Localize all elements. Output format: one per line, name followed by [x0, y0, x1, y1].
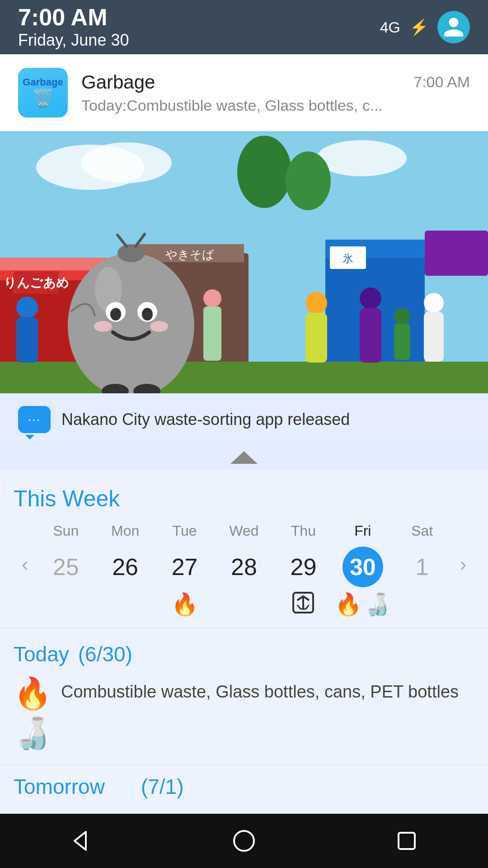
home-button[interactable] [226, 823, 262, 859]
svg-text:りんごあめ: りんごあめ [4, 276, 69, 290]
svg-rect-20 [425, 231, 488, 276]
this-week-label: This Week [14, 486, 474, 512]
date-29-icons [291, 591, 315, 619]
message-banner[interactable]: ··· Nakano City waste-sorting app releas… [0, 393, 488, 446]
date-cell-25[interactable]: 25 [39, 547, 93, 619]
today-label: Today [14, 642, 69, 666]
svg-point-26 [360, 288, 381, 309]
day-wed: Wed [217, 523, 271, 539]
svg-rect-50 [399, 833, 415, 849]
day-mon: Mon [98, 523, 152, 539]
calendar-next-button[interactable]: › [452, 547, 474, 576]
user-avatar[interactable] [437, 11, 470, 43]
day-tue: Tue [158, 523, 212, 539]
collapse-button[interactable] [0, 446, 488, 469]
today-description: Combustible waste, Glass bottles, cans, … [61, 675, 459, 705]
date-cell-29[interactable]: 29 [276, 547, 330, 619]
svg-point-34 [68, 253, 194, 393]
status-bar: 7:00 AM Friday, June 30 4G ⚡ [0, 0, 488, 54]
svg-rect-31 [424, 312, 444, 362]
today-fire-icon: 🔥 [14, 675, 52, 712]
svg-rect-27 [360, 308, 381, 363]
svg-rect-29 [394, 324, 410, 360]
svg-text:氷: 氷 [343, 252, 353, 264]
calendar-header: Sun Mon Tue Wed Thu Fri Sat [14, 523, 474, 539]
message-text: Nakano City waste-sorting app released [61, 410, 350, 429]
dates-grid: 25 26 27 🔥 28 29 [36, 547, 452, 619]
date-1: 1 [402, 547, 442, 587]
svg-point-41 [150, 321, 168, 332]
today-content: 🔥 🍶 Combustible waste, Glass bottles, ca… [14, 675, 474, 751]
today-bottle-icon: 🍶 [14, 715, 52, 751]
svg-rect-33 [203, 307, 221, 361]
svg-point-32 [203, 289, 221, 307]
status-time: 7:00 AM [18, 5, 129, 30]
date-28: 28 [224, 547, 264, 587]
svg-point-40 [94, 321, 112, 332]
calendar-prev-button[interactable]: ‹ [14, 547, 36, 576]
tomorrow-date: (7/1) [141, 774, 184, 799]
fire-icon-30: 🔥 [335, 592, 362, 617]
recycle-bin-icon [291, 591, 315, 614]
date-cell-28[interactable]: 28 [217, 547, 271, 619]
svg-point-7 [286, 151, 331, 210]
svg-rect-23 [16, 317, 38, 363]
back-icon [68, 827, 95, 854]
svg-point-22 [16, 297, 38, 318]
notification-time: 7:00 AM [413, 73, 470, 91]
signal-icon: 4G [380, 19, 400, 36]
status-time-block: 7:00 AM Friday, June 30 [18, 5, 129, 49]
notification-body: Today:Combustible waste, Glass bottles, … [81, 97, 470, 114]
festival-scene: りんごあめ やきそば 氷 [0, 131, 488, 393]
date-29: 29 [283, 547, 324, 587]
notification-title: Garbage [81, 71, 155, 93]
chat-icon: ··· [18, 406, 51, 433]
battery-icon: ⚡ [409, 18, 428, 36]
bottom-nav [0, 814, 488, 868]
recents-icon [393, 827, 420, 854]
today-icons: 🔥 🍶 [14, 675, 52, 751]
notification-header: Garbage 7:00 AM [81, 71, 470, 93]
date-30: 30 [343, 547, 383, 587]
day-sat: Sat [395, 523, 449, 539]
main-illustration: りんごあめ やきそば 氷 [0, 131, 488, 393]
date-27: 27 [164, 547, 205, 587]
date-cell-26[interactable]: 26 [98, 547, 152, 619]
svg-point-5 [237, 136, 291, 208]
days-of-week: Sun Mon Tue Wed Thu Fri Sat [36, 523, 452, 539]
notification-content: Garbage 7:00 AM Today:Combustible waste,… [81, 71, 470, 114]
svg-point-2 [81, 142, 172, 183]
svg-point-35 [117, 244, 145, 262]
svg-point-3 [316, 140, 407, 176]
svg-point-30 [424, 293, 444, 313]
dates-row: ‹ 25 26 27 🔥 28 [14, 547, 474, 619]
fire-icon-27: 🔥 [171, 592, 198, 617]
status-date: Friday, June 30 [18, 31, 129, 50]
tomorrow-header: Tomorrow (7/1) [14, 774, 474, 799]
svg-point-24 [305, 292, 327, 314]
svg-point-44 [95, 267, 122, 312]
day-thu: Thu [276, 523, 330, 539]
date-30-icons: 🔥 🍶 [335, 591, 391, 618]
home-icon [230, 827, 258, 854]
app-icon: Garbage 🗑️ [18, 68, 68, 118]
back-button[interactable] [63, 823, 99, 859]
date-25: 25 [46, 547, 86, 587]
svg-rect-21 [0, 362, 488, 393]
notification-card[interactable]: Garbage 🗑️ Garbage 7:00 AM Today:Combust… [0, 54, 488, 131]
today-date: (6/30) [78, 642, 132, 666]
day-sun: Sun [39, 523, 93, 539]
svg-rect-25 [305, 313, 327, 363]
today-header: Today (6/30) [14, 642, 474, 666]
date-26: 26 [105, 547, 145, 587]
date-cell-1[interactable]: 1 [395, 547, 449, 619]
svg-marker-48 [75, 832, 86, 850]
date-27-icons: 🔥 [171, 591, 198, 618]
day-fri: Fri [336, 523, 390, 539]
date-cell-30[interactable]: 30 🔥 🍶 [336, 547, 390, 619]
chat-dots: ··· [28, 412, 41, 427]
svg-point-28 [394, 308, 410, 325]
recycle-icon-29 [291, 591, 315, 619]
recents-button[interactable] [389, 823, 425, 859]
date-cell-27[interactable]: 27 🔥 [158, 547, 212, 619]
